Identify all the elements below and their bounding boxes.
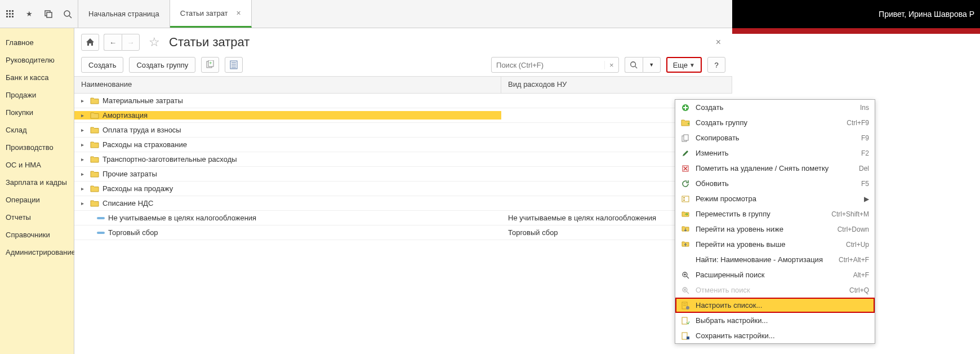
sidebar-item-sales[interactable]: Продажи — [0, 86, 74, 104]
menu-item-label: Изменить — [696, 149, 856, 157]
row-label: Торговый сбор — [108, 228, 158, 237]
expand-icon[interactable]: ▸ — [81, 185, 87, 192]
menu-item[interactable]: Перейти на уровень вышеCtrl+Up — [675, 237, 875, 252]
search-icon[interactable] — [62, 8, 73, 20]
menu-item[interactable]: +Создать группуCtrl+F9 — [675, 115, 875, 130]
home-button[interactable] — [81, 34, 99, 51]
folder-icon — [90, 170, 99, 178]
top-toolbar: ★ Начальная страница Статьи затрат × — [0, 0, 732, 28]
menu-item[interactable]: СоздатьIns — [675, 100, 875, 115]
menu-item[interactable]: Расширенный поискAlt+F — [675, 267, 875, 282]
menu-item[interactable]: ОбновитьF5 — [675, 176, 875, 191]
sidebar-item-references[interactable]: Справочники — [0, 226, 74, 244]
favorite-star-icon[interactable]: ☆ — [149, 35, 160, 50]
menu-item[interactable]: Сохранить настройки... — [675, 328, 875, 343]
folder-icon — [90, 185, 99, 192]
row-label: Прочие затраты — [103, 170, 157, 178]
expand-icon[interactable]: ▸ — [81, 171, 87, 177]
svg-line-12 — [69, 16, 72, 18]
menu-item[interactable]: Пометить на удаление / Снять пометкуDel — [675, 161, 875, 176]
item-icon — [97, 232, 105, 234]
sidebar-item-bank[interactable]: Банк и касса — [0, 69, 74, 86]
create-group-button[interactable]: Создать группу — [129, 57, 195, 73]
expand-icon[interactable]: ▸ — [81, 141, 87, 148]
menu-item[interactable]: Настроить список... — [675, 298, 875, 313]
menu-item-icon — [681, 134, 690, 143]
table-row[interactable]: ▸Списание НДС — [74, 196, 732, 211]
back-button[interactable]: ← — [104, 34, 122, 51]
sidebar: Главное Руководителю Банк и касса Продаж… — [0, 28, 74, 354]
folder-icon — [90, 156, 99, 163]
table-row[interactable]: ▸Прочие затраты — [74, 167, 732, 182]
expand-icon[interactable]: ▸ — [81, 200, 87, 206]
menu-item[interactable]: Найти: Наименование - АмортизацияCtrl+Al… — [675, 252, 875, 267]
star-icon[interactable]: ★ — [24, 8, 35, 20]
menu-item[interactable]: Переместить в группуCtrl+Shift+M — [675, 206, 875, 222]
sidebar-item-payroll[interactable]: Зарплата и кадры — [0, 174, 74, 191]
tab-home[interactable]: Начальная страница — [78, 0, 170, 28]
forward-button[interactable]: → — [122, 34, 140, 51]
history-icon[interactable] — [43, 8, 54, 20]
menu-item[interactable]: СкопироватьF9 — [675, 130, 875, 145]
find-dropdown-button[interactable]: ▼ — [643, 57, 661, 73]
menu-item-icon — [681, 194, 690, 203]
clear-search-icon[interactable]: × — [604, 61, 618, 69]
row-label: Транспортно-заготовительные расходы — [103, 155, 237, 163]
table-row[interactable]: ▸Расходы на продажу — [74, 182, 732, 196]
table-row[interactable]: ▸Оплата труда и взносы — [74, 123, 732, 138]
search-input[interactable] — [492, 61, 604, 69]
table-row[interactable]: ▸Материальные затраты — [74, 94, 732, 108]
table-row[interactable]: Не учитываемые в целях налогообложенияНе… — [74, 211, 732, 225]
create-button[interactable]: Создать — [81, 57, 123, 73]
menu-item-shortcut: Ins — [860, 104, 869, 112]
expand-icon[interactable]: ▸ — [81, 127, 87, 133]
menu-item-shortcut: Ctrl+Q — [849, 286, 869, 294]
svg-rect-29 — [683, 197, 685, 198]
menu-item-icon — [681, 240, 690, 249]
table-row[interactable]: ▸Амортизация — [74, 108, 732, 123]
menu-item[interactable]: ИзменитьF2 — [675, 145, 875, 161]
sidebar-item-assets[interactable]: ОС и НМА — [0, 156, 74, 174]
svg-line-34 — [687, 291, 689, 294]
expand-icon[interactable]: ▸ — [81, 156, 87, 162]
close-page-icon[interactable]: × — [711, 37, 725, 47]
sidebar-item-operations[interactable]: Операции — [0, 191, 74, 209]
svg-rect-4 — [9, 13, 11, 15]
sidebar-item-production[interactable]: Производство — [0, 139, 74, 156]
menu-item-icon — [681, 103, 690, 112]
sidebar-item-manager[interactable]: Руководителю — [0, 51, 74, 69]
tab-home-label: Начальная страница — [88, 10, 159, 18]
menu-item-shortcut: F5 — [861, 180, 869, 188]
column-name[interactable]: Наименование — [74, 77, 501, 93]
sidebar-item-reports[interactable]: Отчеты — [0, 209, 74, 226]
menu-item-label: Обновить — [696, 179, 856, 188]
menu-item-icon — [681, 179, 690, 188]
apps-icon[interactable] — [5, 8, 16, 20]
menu-item[interactable]: Режим просмотра▶ — [675, 191, 875, 206]
menu-item-icon — [681, 225, 690, 234]
list-button[interactable] — [225, 57, 243, 73]
svg-rect-28 — [682, 196, 689, 202]
svg-rect-7 — [9, 16, 11, 17]
table-row[interactable]: ▸Транспортно-заготовительные расходы — [74, 152, 732, 167]
menu-item[interactable]: Перейти на уровень нижеCtrl+Down — [675, 222, 875, 237]
help-button[interactable]: ? — [707, 57, 725, 73]
sidebar-item-admin[interactable]: Администрирование — [0, 244, 74, 261]
tab-articles[interactable]: Статьи затрат × — [170, 0, 252, 28]
menu-item[interactable]: Выбрать настройки... — [675, 313, 875, 328]
sidebar-item-main[interactable]: Главное — [0, 34, 74, 51]
menu-item-label: Создать группу — [696, 118, 841, 127]
sidebar-item-purchases[interactable]: Покупки — [0, 104, 74, 121]
column-type[interactable]: Вид расходов НУ — [501, 77, 732, 93]
greeting-text: Привет, Ирина Шаврова Р — [879, 10, 974, 19]
table-row[interactable]: ▸Расходы на страхование — [74, 138, 732, 152]
expand-icon[interactable]: ▸ — [81, 98, 87, 104]
row-label: Расходы на страхование — [103, 140, 187, 149]
find-button[interactable] — [625, 57, 643, 73]
sidebar-item-warehouse[interactable]: Склад — [0, 121, 74, 139]
copy-button[interactable]: + — [201, 57, 219, 73]
more-button[interactable]: Еще▼ — [666, 57, 702, 73]
expand-icon[interactable]: ▸ — [81, 112, 87, 118]
tab-close-icon[interactable]: × — [237, 8, 241, 17]
table-row[interactable]: Торговый сборТорговый сбор — [74, 225, 732, 240]
